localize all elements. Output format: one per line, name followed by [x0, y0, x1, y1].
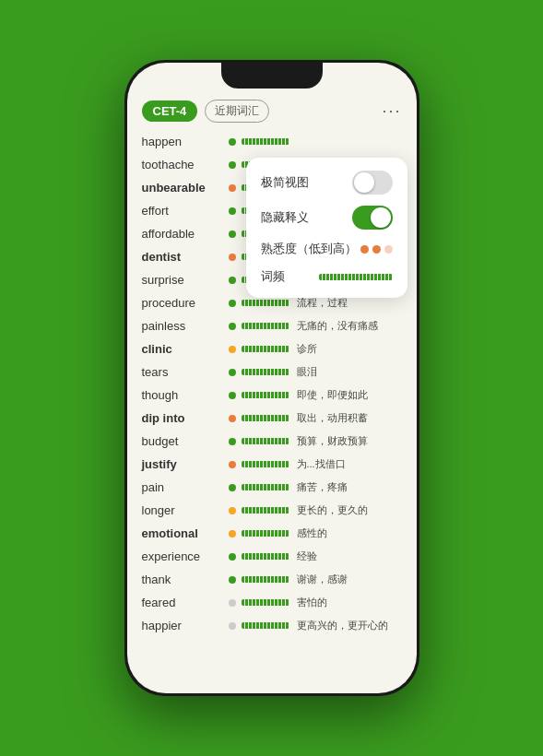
familiarity-dot	[229, 461, 236, 468]
toggle-minimal-knob	[354, 172, 374, 193]
fam-dot-3	[384, 245, 393, 254]
freq-bar	[242, 484, 289, 490]
app-container: CET-4 近期词汇 ··· 极简视图 隐藏释义	[127, 63, 417, 693]
definition-text: 害怕的	[297, 596, 402, 609]
familiarity-dot	[229, 599, 236, 607]
phone-screen: CET-4 近期词汇 ··· 极简视图 隐藏释义	[127, 63, 417, 693]
notch	[221, 63, 323, 89]
popup-hidedef-label: 隐藏释义	[261, 209, 309, 226]
word-text: thank	[142, 573, 225, 586]
settings-popup: 极简视图 隐藏释义 熟悉度（低到高）	[246, 158, 407, 298]
word-text: effort	[142, 204, 225, 218]
toggle-minimal[interactable]	[352, 171, 393, 195]
phone-frame: CET-4 近期词汇 ··· 极简视图 隐藏释义	[124, 60, 419, 696]
familiarity-dot	[229, 530, 236, 537]
word-text: affordable	[142, 227, 225, 241]
word-row[interactable]: experience经验	[127, 545, 417, 568]
familiarity-dot	[229, 207, 236, 215]
freq-bar	[242, 553, 289, 560]
definition-text: 为...找借口	[297, 457, 402, 471]
freq-bar	[242, 622, 289, 629]
familiarity-dot	[229, 484, 236, 491]
freq-bar	[242, 530, 289, 537]
familiarity-dot	[229, 415, 236, 422]
definition-text: 感性的	[297, 526, 402, 540]
familiarity-dot	[229, 184, 236, 192]
definition-text: 眼泪	[297, 365, 402, 379]
familiarity-dot	[229, 369, 236, 376]
freq-bar	[242, 415, 289, 421]
word-row[interactable]: happier更高兴的，更开心的	[127, 614, 417, 637]
freq-bar	[242, 300, 289, 306]
popup-hidedef-row: 隐藏释义	[261, 206, 393, 230]
freq-bar	[242, 461, 289, 467]
definition-text: 预算，财政预算	[297, 434, 402, 448]
freq-bar	[242, 323, 289, 329]
word-row[interactable]: painless无痛的，没有痛感	[127, 314, 417, 337]
toggle-hidedef[interactable]	[352, 206, 393, 230]
word-row[interactable]: tears眼泪	[127, 360, 417, 384]
word-text: though	[142, 388, 225, 402]
popup-familiarity-label: 熟悉度（低到高）	[261, 241, 357, 257]
word-row[interactable]: justify为...找借口	[127, 453, 417, 476]
popup-frequency-label: 词频	[261, 268, 285, 285]
more-button[interactable]: ···	[382, 101, 401, 121]
word-row[interactable]: pain痛苦，疼痛	[127, 476, 417, 499]
word-text: happier	[142, 619, 225, 632]
word-text: unbearable	[142, 181, 225, 195]
word-text: procedure	[142, 296, 225, 310]
word-text: painless	[142, 319, 225, 333]
freq-bar	[242, 576, 289, 583]
word-text: dentist	[142, 250, 225, 264]
familiarity-dot	[229, 230, 236, 238]
familiarity-dot	[229, 622, 236, 630]
word-row[interactable]: longer更长的，更久的	[127, 499, 417, 522]
familiarity-dot	[229, 438, 236, 445]
definition-text: 痛苦，疼痛	[297, 480, 402, 494]
familiarity-dot	[229, 346, 236, 353]
word-list: 极简视图 隐藏释义 熟悉度（低到高）	[127, 130, 417, 693]
popup-frequency-row: 词频	[261, 268, 393, 285]
word-row[interactable]: happen	[127, 130, 417, 153]
definition-text: 流程，过程	[297, 296, 402, 310]
freq-bar	[242, 438, 289, 444]
word-text: pain	[142, 480, 225, 494]
word-text: toothache	[142, 158, 225, 171]
word-row[interactable]: though即使，即便如此	[127, 384, 417, 407]
familiarity-dots	[360, 245, 393, 254]
definition-text: 更长的，更久的	[297, 503, 402, 517]
familiarity-dot	[229, 138, 236, 146]
freq-bar	[242, 392, 289, 398]
word-text: surprise	[142, 273, 225, 287]
word-text: dip into	[142, 411, 225, 425]
tab-recent[interactable]: 近期词汇	[205, 100, 269, 123]
word-text: justify	[142, 457, 225, 471]
popup-freq-bar	[319, 274, 393, 280]
word-row[interactable]: emotional感性的	[127, 522, 417, 545]
fam-dot-2	[372, 245, 381, 254]
word-row[interactable]: budget预算，财政预算	[127, 430, 417, 453]
familiarity-dot	[229, 392, 236, 399]
familiarity-dot	[229, 576, 236, 584]
freq-bar	[242, 346, 289, 352]
definition-text: 更高兴的，更开心的	[297, 619, 402, 632]
word-row[interactable]: clinic诊所	[127, 337, 417, 360]
word-row[interactable]: thank谢谢，感谢	[127, 568, 417, 591]
familiarity-dot	[229, 254, 236, 261]
popup-minimal-label: 极简视图	[261, 174, 309, 191]
definition-text: 即使，即便如此	[297, 388, 402, 402]
familiarity-dot	[229, 507, 236, 514]
fam-dot-1	[360, 245, 369, 254]
definition-text: 经验	[297, 549, 402, 563]
word-text: experience	[142, 549, 225, 563]
familiarity-dot	[229, 300, 236, 307]
definition-text: 谢谢，感谢	[297, 573, 402, 586]
freq-bar	[242, 507, 289, 514]
familiarity-dot	[229, 553, 236, 561]
word-row[interactable]: feared害怕的	[127, 591, 417, 614]
word-row[interactable]: dip into取出，动用积蓄	[127, 407, 417, 430]
familiarity-dot	[229, 161, 236, 169]
word-text: tears	[142, 365, 225, 379]
familiarity-dot	[229, 277, 236, 284]
tab-cet4[interactable]: CET-4	[142, 100, 198, 122]
